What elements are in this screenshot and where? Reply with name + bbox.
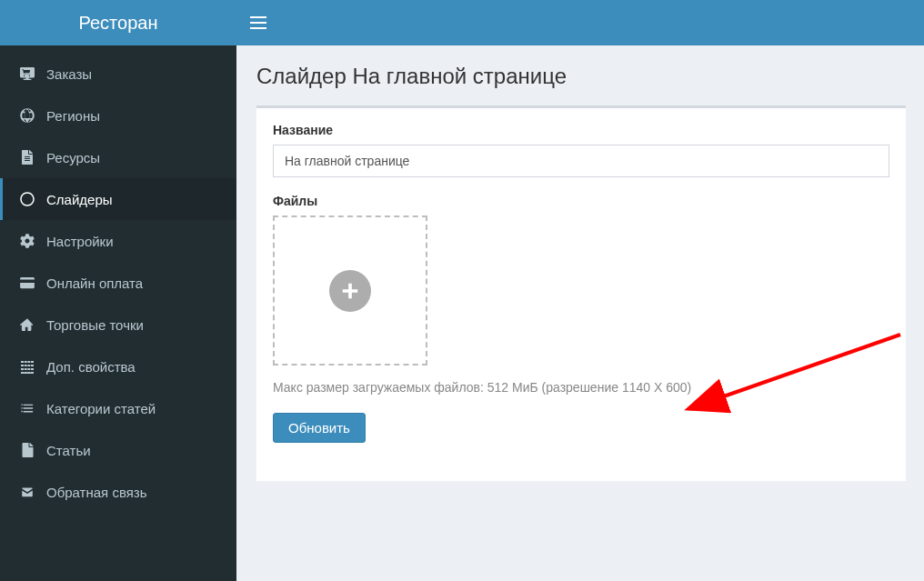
svg-rect-1 [250,22,266,24]
sidebar: Заказы Регионы Ресурсы Слайдеры Настройк… [0,45,236,581]
sidebar-item-regions[interactable]: Регионы [0,95,236,136]
sidebar-item-label: Настройки [46,234,114,249]
name-row: Название [273,123,889,177]
content-wrapper: Слайдер На главной странице Название Фай… [236,45,924,581]
sidebar-item-settings[interactable]: Настройки [0,220,236,262]
svg-rect-2 [250,27,266,29]
file-dropzone[interactable] [273,215,427,366]
brand-logo[interactable]: Ресторан [0,0,236,45]
sidebar-item-articles[interactable]: Статьи [0,429,236,471]
sidebar-item-feedback[interactable]: Обратная связь [0,471,236,513]
add-file-icon [329,270,371,312]
svg-rect-0 [250,16,266,18]
sidebar-item-label: Ресурсы [46,150,100,165]
globe-icon [19,107,35,124]
sidebar-item-resources[interactable]: Ресурсы [0,136,236,178]
page-title: Слайдер На главной странице [256,64,906,89]
sidebar-item-outlets[interactable]: Торговые точки [0,304,236,346]
sidebar-item-orders[interactable]: Заказы [0,53,236,95]
sidebar-item-online-payment[interactable]: Онлайн оплата [0,262,236,304]
file-size-hint: Макс размер загружаемых файлов: 512 МиБ … [273,380,889,395]
grid-icon [19,358,35,375]
envelope-icon [19,484,35,500]
sidebar-item-label: Статьи [46,443,91,458]
credit-card-icon [19,275,35,291]
gear-icon [19,233,35,249]
files-row: Файлы Макс размер загружаемых файлов: 51… [273,194,889,443]
home-icon [19,316,35,333]
form-panel: Название Файлы Макс размер загружаемых ф… [256,105,906,481]
circle-icon [19,191,35,207]
sidebar-item-label: Слайдеры [46,192,113,207]
sidebar-item-label: Заказы [46,66,92,82]
sidebar-item-label: Торговые точки [46,317,144,333]
file-solid-icon [19,442,35,458]
sidebar-item-label: Онлайн оплата [46,275,143,291]
brand-text: Ресторан [79,13,158,34]
cart-icon [19,65,35,82]
update-button[interactable]: Обновить [273,413,366,443]
files-label: Файлы [273,194,889,208]
name-label: Название [273,123,889,137]
menu-toggle-icon[interactable] [250,16,266,29]
sidebar-item-label: Доп. свойства [46,359,136,375]
sidebar-item-sliders[interactable]: Слайдеры [0,178,236,220]
sidebar-item-properties[interactable]: Доп. свойства [0,346,236,387]
sidebar-item-article-categories[interactable]: Категории статей [0,387,236,429]
name-input[interactable] [273,145,889,177]
sidebar-item-label: Категории статей [46,401,156,416]
sidebar-item-label: Обратная связь [46,485,147,500]
list-icon [19,400,35,416]
app-header: Ресторан [0,0,924,45]
file-icon [19,149,35,165]
header-toolbar [236,0,924,45]
sidebar-item-label: Регионы [46,108,100,124]
